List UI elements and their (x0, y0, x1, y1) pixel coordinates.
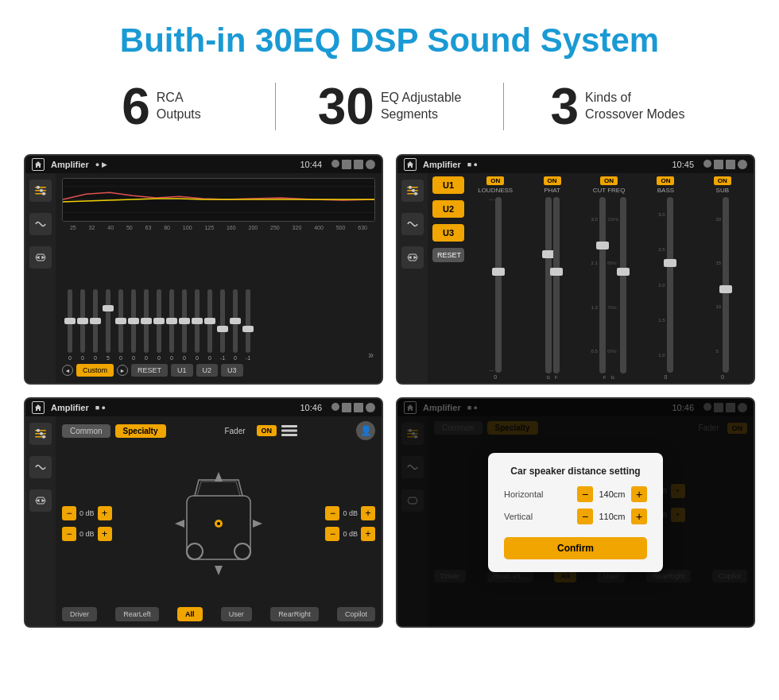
dsp-channel-cutfreq: ON CUT FREQ 3.02.11.30.5 (583, 176, 635, 380)
horizontal-plus-btn[interactable]: + (631, 486, 647, 502)
copilot-btn[interactable]: Copilot (337, 607, 375, 621)
stat-eq-number: 30 (318, 81, 374, 132)
eq-slider-4[interactable]: 0 (114, 289, 127, 361)
u2-preset-btn[interactable]: U2 (432, 200, 464, 218)
eq-slider-7[interactable]: 0 (153, 289, 165, 361)
u2-btn[interactable]: U2 (196, 364, 219, 377)
reset-dsp-btn[interactable]: RESET (432, 248, 464, 262)
dialog-title: Car speaker distance setting (504, 466, 647, 477)
svg-marker-13 (407, 161, 413, 168)
eq-slider-13[interactable]: 0 (229, 289, 242, 361)
svg-point-19 (414, 192, 417, 195)
dsp-sidebar-btn-3[interactable]: ◄► (401, 246, 424, 269)
stat-rca: 6 RCA Outputs (48, 81, 275, 132)
home-icon-1[interactable] (32, 158, 45, 171)
fader-on-toggle[interactable]: ON (257, 425, 277, 436)
dsp-sidebar-btn-2[interactable] (401, 213, 424, 235)
vertical-plus-btn[interactable]: + (631, 509, 647, 524)
u3-preset-btn[interactable]: U3 (432, 224, 464, 242)
expand-icon[interactable]: » (368, 350, 374, 361)
svg-marker-39 (215, 472, 223, 481)
vol-plus-3[interactable]: + (361, 506, 375, 520)
vol-minus-1[interactable]: − (62, 506, 76, 520)
vol-minus-2[interactable]: − (62, 527, 76, 541)
confirm-button[interactable]: Confirm (504, 537, 647, 559)
u1-btn[interactable]: U1 (171, 364, 193, 377)
eq-content: ◄► (25, 173, 382, 383)
eq-bottom-bar: ◄ Custom ► RESET U1 U2 U3 (62, 361, 375, 378)
app-name-3: Amplifier (51, 403, 89, 412)
vol-minus-4[interactable]: − (325, 527, 339, 541)
vol-minus-3[interactable]: − (325, 506, 339, 520)
vertical-value: 110cm (596, 512, 628, 521)
eq-slider-0[interactable]: 0 (64, 289, 76, 361)
vertical-minus-btn[interactable]: − (577, 509, 593, 524)
fader-tab-specialty[interactable]: Specialty (115, 424, 166, 438)
status-icons-1 (331, 160, 375, 169)
stat-crossover: 3 Kinds of Crossover Modes (504, 81, 731, 132)
eq-slider-8[interactable]: 0 (165, 289, 178, 361)
u1-preset-btn[interactable]: U1 (432, 176, 464, 194)
sub-slider[interactable] (723, 197, 729, 373)
user-btn[interactable]: User (221, 607, 252, 621)
sub-on-badge: ON (714, 176, 731, 185)
next-btn[interactable]: ► (117, 365, 128, 376)
vol-item-3: − 0 dB + (325, 506, 375, 520)
vol-plus-4[interactable]: + (361, 527, 375, 541)
eq-slider-2[interactable]: 0 (89, 289, 102, 361)
eq-slider-14[interactable]: -1 (242, 289, 254, 361)
fader-content: ◄► Common Specialty Fader ON 👤 (25, 416, 382, 626)
eq-slider-10[interactable]: 0 (191, 289, 203, 361)
reset-btn-eq[interactable]: RESET (131, 364, 168, 377)
svg-point-4 (37, 186, 40, 189)
all-btn[interactable]: All (177, 607, 203, 621)
screen-eq: Amplifier ● ▶ 10:44 ◄► (24, 154, 383, 385)
rear-left-btn[interactable]: RearLeft (115, 607, 159, 621)
time-1: 10:44 (300, 160, 322, 169)
svg-point-17 (409, 186, 412, 189)
bass-slider[interactable] (667, 197, 673, 373)
horizontal-minus-btn[interactable]: − (577, 486, 593, 502)
loudness-slider[interactable] (495, 197, 502, 373)
svg-rect-33 (281, 434, 297, 436)
vol-plus-1[interactable]: + (98, 506, 112, 520)
home-icon-3[interactable] (32, 401, 45, 414)
eq-slider-5[interactable]: 0 (127, 289, 140, 361)
eq-slider-12[interactable]: -1 (216, 289, 229, 361)
fader-sidebar-btn-3[interactable]: ◄► (29, 489, 52, 512)
fader-sidebar-btn-2[interactable] (29, 456, 52, 478)
vol-plus-2[interactable]: + (98, 527, 112, 541)
driver-btn[interactable]: Driver (62, 607, 97, 621)
fader-tab-common[interactable]: Common (62, 424, 110, 438)
phat-slider-g[interactable] (545, 197, 552, 373)
dsp-channel-bass: ON BASS 3.02.52.01.51.0 (639, 176, 692, 380)
eq-slider-1[interactable]: 0 (76, 289, 89, 361)
stat-rca-label2: Outputs (157, 106, 201, 123)
vol-item-4: − 0 dB + (325, 527, 375, 541)
home-icon-2[interactable] (404, 158, 417, 171)
custom-btn[interactable]: Custom (76, 364, 114, 377)
phat-on-badge: ON (544, 176, 561, 185)
eq-slider-6[interactable]: 0 (140, 289, 153, 361)
u3-btn[interactable]: U3 (221, 364, 243, 377)
user-avatar-3[interactable]: 👤 (356, 421, 375, 440)
dsp-sidebar-btn-1[interactable] (401, 180, 424, 202)
eq-slider-3[interactable]: 5 (102, 289, 114, 361)
phat-slider-f[interactable] (553, 197, 560, 373)
eq-sidebar-btn-1[interactable] (29, 180, 52, 202)
eq-sidebar-btn-3[interactable]: ◄► (29, 246, 52, 269)
eq-slider-11[interactable]: 0 (203, 289, 216, 361)
dsp-main-content: U1 U2 U3 RESET ON LOUDNESS (428, 173, 754, 383)
eq-freq-labels: 25 32 40 50 63 80 100 125 160 200 250 32… (62, 225, 375, 230)
svg-marker-40 (215, 566, 223, 575)
eq-slider-9[interactable]: 0 (178, 289, 191, 361)
eq-sidebar-btn-2[interactable] (29, 213, 52, 235)
prev-btn[interactable]: ◄ (62, 365, 73, 376)
rear-right-btn[interactable]: RearRight (270, 607, 319, 621)
stat-rca-label1: RCA (157, 90, 201, 106)
fader-sidebar-btn-1[interactable] (29, 423, 52, 445)
cutfreq-slider-g[interactable] (620, 197, 626, 373)
cutfreq-slider-f[interactable] (599, 197, 606, 373)
bass-on-badge: ON (657, 176, 674, 185)
svg-marker-42 (253, 520, 262, 528)
